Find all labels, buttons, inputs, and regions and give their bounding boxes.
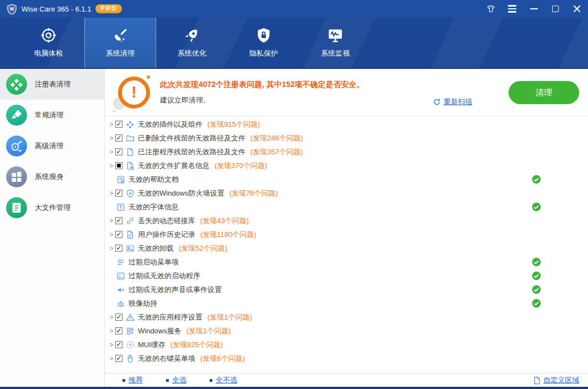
brush-icon: [6, 105, 27, 126]
issue-row: >✓无效的卸载(发现52个问题): [105, 241, 588, 255]
issue-label: 无效的卸载: [138, 244, 174, 253]
sidebar-item-label: 注册表清理: [35, 79, 71, 89]
rescan-link[interactable]: 重新扫描: [433, 97, 472, 107]
issue-label: 用户操作历史记录: [138, 230, 195, 240]
sidebar-item-common-cleaner[interactable]: 常规清理: [0, 100, 104, 131]
issue-row: >✓无效的应用程序设置(发现1个问题): [105, 310, 588, 324]
contextmenu-icon: [126, 354, 135, 363]
issue-count: (发现76个问题): [229, 188, 278, 198]
expand-chevron-icon[interactable]: >: [108, 148, 115, 156]
sidebar-item-big-files[interactable]: 大文件管理: [0, 192, 104, 223]
expand-chevron-icon[interactable]: >: [108, 162, 115, 170]
close-button[interactable]: [572, 4, 581, 14]
expand-chevron-icon[interactable]: >: [108, 190, 115, 197]
services-icon: [126, 327, 135, 336]
issue-row: >✓已注册程序残留的无效路径及文件(发现357个问题): [105, 145, 588, 159]
footer-link-label: 推荐: [129, 375, 143, 385]
bullet-icon: [122, 379, 125, 382]
footer-link-recommended[interactable]: 推荐: [122, 375, 143, 385]
sidebar-item-registry-cleaner[interactable]: 注册表清理: [0, 69, 104, 100]
expand-chevron-icon[interactable]: >: [108, 314, 115, 321]
window-controls: [486, 4, 581, 14]
custom-area-label: 自定义区域: [543, 375, 579, 385]
expand-chevron-icon[interactable]: >: [108, 121, 115, 128]
nav-tab-pc-checkup[interactable]: 电脑体检: [13, 18, 84, 68]
nav-tab-label: 系统清理: [106, 48, 135, 58]
window-bottom-edge: [0, 387, 588, 389]
issue-row: 过期或无效的启动程序: [105, 269, 588, 283]
file-ext-icon: [126, 161, 135, 170]
footer-link-select-none[interactable]: 全不选: [210, 375, 237, 385]
nav-tab-label: 隐私保护: [249, 48, 278, 58]
row-checkbox[interactable]: ✓: [115, 245, 122, 252]
history-icon: [126, 230, 135, 239]
row-checkbox[interactable]: ✓: [115, 217, 122, 224]
warning-icon: ! + +: [111, 72, 152, 113]
custom-area-link[interactable]: 自定义区域: [533, 375, 579, 385]
issue-label: 无效的字体信息: [129, 202, 179, 212]
uninstall-icon: [126, 244, 135, 253]
clean-button[interactable]: 清理: [509, 81, 579, 104]
issue-label: MUI缓存: [138, 340, 165, 350]
row-checkbox[interactable]: ✓: [115, 121, 122, 128]
status-check-icon: [532, 202, 541, 212]
app-logo-icon: W: [7, 4, 17, 14]
row-checkbox[interactable]: ✓: [115, 355, 122, 362]
row-checkbox[interactable]: ✓: [115, 231, 122, 238]
row-checkbox[interactable]: ✓: [115, 327, 122, 334]
nav-tab-label: 系统监视: [321, 48, 350, 58]
menu-icon[interactable]: [507, 4, 517, 14]
issue-label: 无效的Windows防火墙设置: [138, 188, 224, 198]
issue-label: Windows服务: [138, 326, 181, 336]
expand-chevron-icon[interactable]: >: [108, 355, 115, 363]
plugin-icon: [126, 120, 135, 129]
issue-count: (发现1180个问题): [200, 230, 256, 240]
app-window: W Wise Care 365 - 6.1.1 PRO 电脑体检系统清理系统优化…: [0, 0, 588, 389]
bigfiles-icon: [6, 197, 27, 218]
link-icon: [126, 217, 135, 225]
expand-chevron-icon[interactable]: >: [108, 327, 115, 335]
status-check-icon: [532, 257, 541, 267]
expand-chevron-icon[interactable]: >: [108, 245, 115, 252]
row-checkbox[interactable]: ✓: [115, 341, 122, 348]
issue-count: (发现915个问题): [207, 120, 260, 129]
issue-row: 过期启动菜单项: [105, 255, 588, 269]
sidebar-item-advanced-cleaner[interactable]: 高级清理: [0, 131, 104, 161]
nav-tab-system-monitor[interactable]: 系统监视: [300, 18, 371, 68]
minimize-button[interactable]: [529, 4, 538, 14]
issue-label: 过期或无效的启动程序: [129, 271, 200, 281]
nav-tab-system-tuneup[interactable]: 系统优化: [156, 18, 228, 68]
row-checkbox[interactable]: ✓: [115, 134, 122, 142]
expand-chevron-icon[interactable]: >: [108, 341, 115, 349]
checkup-icon: [40, 27, 57, 44]
issue-count: (发现357个问题): [250, 147, 303, 157]
bullet-icon: [166, 379, 169, 382]
issue-count: (发现43个问题): [200, 216, 249, 226]
row-checkbox[interactable]: ✓: [115, 190, 122, 197]
footer-link-select-all[interactable]: 全选: [166, 375, 186, 385]
issue-count: (发现1个问题): [186, 326, 231, 336]
skin-icon[interactable]: [486, 4, 495, 14]
expand-chevron-icon[interactable]: >: [108, 134, 115, 142]
issue-label: 过期启动菜单项: [129, 257, 179, 267]
issue-row: 无效的帮助文档: [105, 172, 588, 186]
expand-chevron-icon[interactable]: >: [108, 231, 115, 239]
footer-link-label: 全选: [172, 375, 186, 385]
monitor-icon: [327, 27, 344, 44]
sidebar-item-system-slimming[interactable]: 系统瘦身: [0, 161, 104, 192]
sidebar-item-label: 常规清理: [35, 110, 63, 120]
nav-tab-privacy-protect[interactable]: 隐私保护: [228, 18, 300, 68]
maximize-button[interactable]: [550, 4, 560, 14]
nav-tab-system-cleaner[interactable]: 系统清理: [84, 18, 156, 68]
row-checkbox[interactable]: [115, 162, 122, 169]
sidebar: 注册表清理常规清理高级清理系统瘦身大文件管理: [0, 69, 105, 387]
rescan-label: 重新扫描: [443, 97, 472, 107]
issue-row: >✓用户操作历史记录(发现1180个问题): [105, 228, 588, 241]
row-checkbox[interactable]: ✓: [115, 148, 122, 155]
sidebar-item-label: 系统瘦身: [35, 172, 63, 182]
issue-count: (发现370个问题): [215, 161, 267, 171]
issue-label: 无效的帮助文档: [129, 175, 179, 185]
issue-label: 已注册程序残留的无效路径及文件: [138, 147, 245, 157]
row-checkbox[interactable]: ✓: [115, 314, 122, 321]
expand-chevron-icon[interactable]: >: [108, 217, 115, 225]
